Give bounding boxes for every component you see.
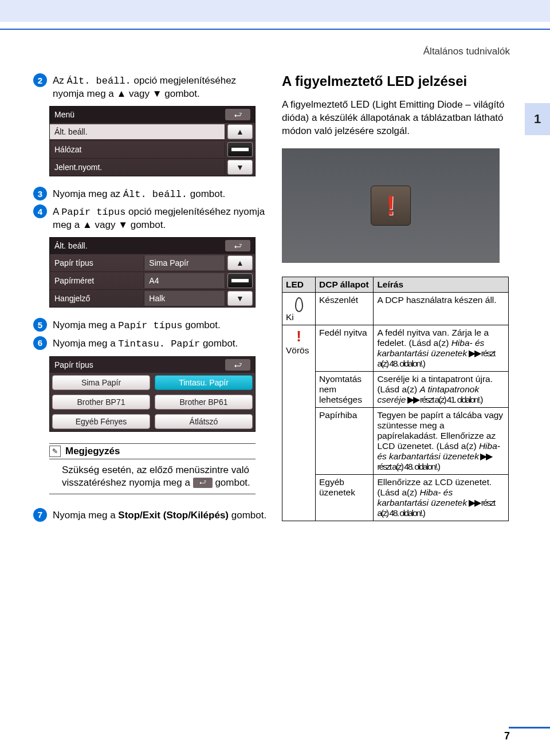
warning-icon: !: [386, 190, 395, 221]
right-column: A figyelmeztető LED jelzései A figyelmez…: [282, 73, 517, 525]
th-desc: Leírás: [374, 277, 509, 292]
th-status: DCP állapot: [316, 277, 374, 292]
led-panel: !: [371, 186, 411, 226]
menu-item[interactable]: Jelent.nyomt.: [50, 160, 225, 175]
lcd-settings-screen: Ált. beáll. ⮐ Papír típus Sima Papír ▲ P…: [49, 237, 256, 308]
desc-cell: Tegyen be papírt a tálcába vagy szüntess…: [374, 407, 509, 474]
setting-name[interactable]: Papír típus: [50, 255, 144, 270]
footer-rule: [509, 727, 550, 729]
status-cell: Egyéb üzenetek: [316, 474, 374, 521]
step-bullet: 5: [33, 318, 47, 332]
setting-value[interactable]: Halk: [144, 291, 225, 306]
lcd-menu-screen: Menü ⮐ Ált. beáll. ▲ Hálózat Jelent.nyom…: [49, 106, 256, 176]
step-bullet: 7: [33, 508, 47, 522]
led-photo: !: [282, 148, 500, 263]
scrollbar-track: [227, 273, 253, 288]
step-bullet: 3: [33, 187, 47, 200]
section-paragraph: A figyelmeztető LED (Light Emitting Diod…: [282, 99, 517, 138]
step-5: 5 Nyomja meg a Papír típus gombot.: [33, 318, 268, 332]
status-cell: Fedél nyitva: [316, 325, 374, 371]
up-arrow-button[interactable]: ▲: [227, 255, 253, 270]
note-title: Megjegyzés: [65, 446, 120, 457]
desc-cell: A fedél nyitva van. Zárja le a fedelet. …: [374, 325, 509, 371]
step-7: 7 Nyomja meg a Stop/Exit (Stop/Kilépés) …: [33, 508, 268, 522]
chapter-tab: 1: [525, 103, 550, 135]
left-column: 2 Az Ált. beáll. opció megjelenítéséhez …: [33, 73, 268, 525]
lcd-title: Ált. beáll.: [54, 241, 88, 250]
step-3: 3 Nyomja meg az Ált. beáll. gombot.: [33, 187, 268, 201]
scrollbar-track: [227, 142, 253, 157]
led-red-cell: ! Vörös: [282, 325, 316, 521]
note-box: ✎ Megjegyzés Szükség esetén, az előző me…: [49, 443, 256, 499]
page-number: 7: [504, 730, 510, 742]
status-cell: Nyomtatás nem lehetséges: [316, 371, 374, 407]
setting-name[interactable]: Hangjelző: [50, 291, 144, 306]
step-text: Az Ált. beáll. opció megjelenítéséhez ny…: [53, 73, 268, 100]
desc-cell: Ellenőrizze az LCD üzenetet. (Lásd a(z) …: [374, 474, 509, 521]
lcd-title: Menü: [54, 110, 74, 119]
th-led: LED: [282, 277, 316, 292]
note-body: Szükség esetén, az előző menüszintre val…: [49, 459, 256, 494]
led-red-icon: !: [286, 328, 312, 345]
setting-name[interactable]: Papírméret: [50, 273, 144, 288]
step-4: 4 A Papír típus opció megjelenítéséhez n…: [33, 204, 268, 231]
down-arrow-button[interactable]: ▼: [227, 291, 253, 306]
up-arrow-button[interactable]: ▲: [227, 124, 253, 139]
back-icon[interactable]: ⮐: [225, 359, 250, 371]
back-icon-inline: ⮐: [193, 478, 213, 488]
lcd-paper-type-screen: Papír típus ⮐ Sima Papír Tintasu. Papír …: [49, 356, 256, 432]
led-status-table: LED DCP állapot Leírás Ki Készenlét A DC…: [282, 277, 509, 521]
setting-value[interactable]: A4: [144, 273, 225, 288]
paper-option[interactable]: Egyéb Fényes: [52, 414, 150, 429]
paper-option[interactable]: Brother BP61: [155, 395, 253, 410]
down-arrow-button[interactable]: ▼: [227, 160, 253, 175]
step-bullet: 6: [33, 336, 47, 350]
led-off-cell: Ki: [282, 292, 316, 325]
paper-option[interactable]: Átlátszó: [155, 414, 253, 429]
menu-item-selected[interactable]: Ált. beáll.: [50, 124, 225, 139]
step-bullet: 4: [33, 204, 47, 218]
desc-cell: Cserélje ki a tintapatront újra. (Lásd a…: [374, 371, 509, 407]
lcd-title: Papír típus: [54, 360, 93, 369]
section-title: A figyelmeztető LED jelzései: [282, 73, 517, 89]
top-band: [0, 0, 550, 22]
back-icon[interactable]: ⮐: [225, 240, 250, 251]
menu-item[interactable]: Hálózat: [50, 142, 225, 157]
step-6: 6 Nyomja meg a Tintasu. Papír gombot.: [33, 336, 268, 351]
header-text: Általános tudnivalók: [0, 30, 550, 57]
step-bullet: 2: [33, 73, 47, 87]
paper-option[interactable]: Sima Papír: [52, 375, 150, 390]
back-icon[interactable]: ⮐: [225, 109, 250, 120]
step-2: 2 Az Ált. beáll. opció megjelenítéséhez …: [33, 73, 268, 100]
paper-option-selected[interactable]: Tintasu. Papír: [155, 375, 253, 390]
paper-option[interactable]: Brother BP71: [52, 395, 150, 410]
led-off-icon: [295, 297, 303, 312]
desc-cell: A DCP használatra készen áll.: [374, 292, 509, 325]
setting-value[interactable]: Sima Papír: [144, 255, 225, 270]
status-cell: Készenlét: [316, 292, 374, 325]
status-cell: Papírhiba: [316, 407, 374, 474]
note-icon: ✎: [49, 446, 61, 457]
